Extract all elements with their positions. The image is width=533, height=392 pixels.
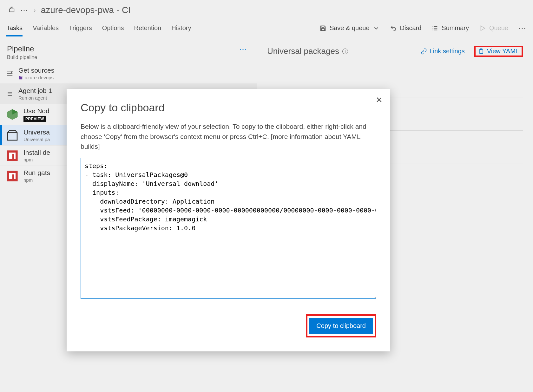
clipboard-icon <box>478 48 484 55</box>
save-queue-label: Save & queue <box>330 24 370 32</box>
task-gatsby-sub: npm <box>23 177 50 183</box>
task-node-title: Use Nod <box>23 107 49 115</box>
tab-triggers[interactable]: Triggers <box>69 20 92 36</box>
repo-icon <box>18 75 23 80</box>
tab-retention[interactable]: Retention <box>134 20 161 36</box>
save-icon <box>319 25 326 32</box>
svg-rect-21 <box>8 133 17 140</box>
svg-rect-3 <box>322 26 324 27</box>
task-install-sub: npm <box>23 157 50 162</box>
pipeline-ellipsis[interactable]: ⋯ <box>239 44 248 54</box>
queue-button: Queue <box>479 24 508 32</box>
discard-label: Discard <box>400 24 422 32</box>
play-icon <box>479 25 486 32</box>
pipeline-title: Pipeline <box>7 44 37 53</box>
preview-badge: PREVIEW <box>23 116 46 122</box>
sources-title: Get sources <box>18 67 55 74</box>
breadcrumb-title[interactable]: azure-devops-pwa - CI <box>41 5 131 15</box>
agent-icon <box>6 91 14 97</box>
copy-clipboard-button[interactable]: Copy to clipboard <box>309 318 373 334</box>
view-yaml-label: View YAML <box>487 48 519 55</box>
sources-repo: azure-devops- <box>25 75 55 80</box>
yaml-textarea[interactable] <box>81 158 376 299</box>
sources-icon <box>6 70 14 77</box>
rp-title: Universal packages <box>267 46 339 56</box>
tab-variables[interactable]: Variables <box>33 20 59 36</box>
info-icon[interactable]: i <box>342 49 348 54</box>
undo-icon <box>390 25 397 32</box>
summary-label: Summary <box>442 24 469 32</box>
link-icon <box>421 48 427 55</box>
summary-button[interactable]: Summary <box>431 24 469 32</box>
task-gatsby-title: Run gats <box>23 169 50 177</box>
pipeline-subtitle: Build pipeline <box>7 55 37 60</box>
task-universal-sub: Universal pa <box>23 137 50 142</box>
tab-history[interactable]: History <box>171 20 191 36</box>
divider <box>309 23 309 34</box>
svg-rect-25 <box>12 154 14 159</box>
dialog-title: Copy to clipboard <box>81 101 376 114</box>
breadcrumb-ellipsis[interactable]: ⋯ <box>20 6 29 15</box>
npm-icon <box>6 169 19 183</box>
dialog-desc: Below is a clipboard-friendly view of yo… <box>81 121 376 152</box>
close-icon[interactable]: ✕ <box>376 95 383 105</box>
npm-icon <box>6 149 19 162</box>
tab-tasks[interactable]: Tasks <box>6 20 23 36</box>
package-icon <box>6 129 19 142</box>
queue-label: Queue <box>489 24 508 32</box>
breadcrumb: ⋯ › azure-devops-pwa - CI <box>0 0 533 18</box>
tab-options[interactable]: Options <box>102 20 124 36</box>
svg-marker-11 <box>481 26 485 30</box>
link-settings-label: Link settings <box>430 48 465 55</box>
svg-rect-28 <box>12 174 14 179</box>
view-yaml-button[interactable]: View YAML <box>474 46 523 57</box>
copy-clipboard-dialog: ✕ Copy to clipboard Below is a clipboard… <box>67 89 390 351</box>
discard-button[interactable]: Discard <box>390 24 422 32</box>
svg-rect-4 <box>321 28 324 30</box>
list-icon <box>431 25 438 32</box>
agent-title: Agent job 1 <box>18 87 52 95</box>
svg-rect-0 <box>10 9 14 12</box>
chevron-down-icon <box>373 25 380 32</box>
agent-subtitle: Run on agent <box>18 95 52 101</box>
svg-marker-15 <box>19 76 23 79</box>
task-install-title: Install de <box>23 149 50 156</box>
node-icon <box>6 108 19 121</box>
task-universal-title: Universa <box>23 128 50 136</box>
org-icon[interactable] <box>8 5 15 15</box>
tabbar: Tasks Variables Triggers Options Retenti… <box>0 18 533 38</box>
chevron-right-icon: › <box>34 7 36 14</box>
save-queue-button[interactable]: Save & queue <box>319 24 380 32</box>
get-sources-row[interactable]: Get sources azure-devops- <box>0 63 257 84</box>
link-settings-button[interactable]: Link settings <box>421 48 465 55</box>
toolbar-ellipsis[interactable]: ⋯ <box>518 24 527 33</box>
